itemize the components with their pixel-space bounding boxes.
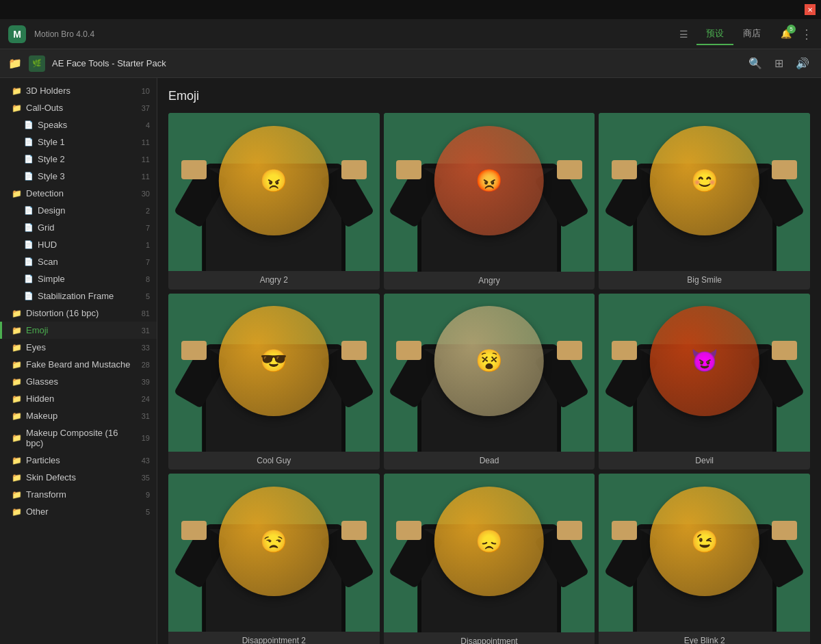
sidebar-item-label: Style 1 — [38, 137, 138, 147]
nav-tabs: 预设 商店 — [696, 23, 770, 45]
notification-button[interactable]: 🔔 5 — [779, 27, 794, 42]
sidebar-item-count: 5 — [146, 292, 150, 300]
sidebar-item-count: 28 — [142, 361, 150, 369]
folder-icon: 📁 — [12, 326, 22, 335]
grid-view-button[interactable]: ⊞ — [771, 55, 787, 72]
sidebar-item-other[interactable]: 📁Other5 — [0, 503, 157, 520]
app-logo: M — [8, 25, 26, 43]
sidebar-item-count: 11 — [142, 172, 150, 181]
sidebar-item-stabilization-frame[interactable]: 📄Stabilization Frame5 — [0, 287, 157, 305]
sidebar-item-simple[interactable]: 📄Simple8 — [0, 270, 157, 287]
grid-item-label: Dead — [384, 452, 595, 469]
folder-icon: 📄 — [24, 257, 34, 266]
sidebar-item-transform[interactable]: 📁Transform9 — [0, 486, 157, 503]
folder-icon: 📁 — [12, 377, 22, 387]
folder-icon: 📁 — [12, 309, 22, 318]
sidebar-item-particles[interactable]: 📁Particles43 — [0, 452, 157, 469]
folder-icon: 📁 — [12, 411, 22, 421]
grid-item-cool-guy[interactable]: 😎Cool Guy — [168, 294, 380, 470]
emoji-face: 😊 — [649, 126, 759, 236]
sidebar-item-style-2[interactable]: 📄Style 211 — [0, 151, 157, 168]
sidebar-item-label: Style 3 — [38, 171, 138, 181]
search-button[interactable]: 🔍 — [745, 55, 766, 72]
sidebar-item-count: 10 — [142, 87, 150, 95]
sidebar-item-detection[interactable]: 📁Detection30 — [0, 185, 157, 202]
sidebar-item-makeup[interactable]: 📁Makeup31 — [0, 407, 157, 424]
sidebar-item-style-3[interactable]: 📄Style 311 — [0, 168, 157, 185]
sidebar-item-label: Emoji — [26, 325, 138, 335]
sidebar-item-call-outs[interactable]: 📁Call-Outs37 — [0, 99, 157, 116]
grid-item-angry[interactable]: 😡Angry — [384, 113, 595, 289]
sidebar-item-count: 35 — [142, 474, 150, 482]
emoji-face: 😞 — [434, 487, 545, 597]
grid-item-devil[interactable]: 😈Devil — [599, 294, 810, 470]
sidebar-item-eyes[interactable]: 📁Eyes33 — [0, 339, 157, 356]
sidebar-item-count: 11 — [142, 155, 150, 164]
sidebar-item-style-1[interactable]: 📄Style 111 — [0, 133, 157, 151]
menu-icon[interactable]: ☰ — [679, 29, 688, 40]
sidebar-item-makeup-composite[interactable]: 📁Makeup Composite (16 bpc)19 — [0, 424, 157, 452]
sidebar-item-count: 9 — [146, 491, 150, 499]
folder-icon: 📄 — [24, 223, 34, 232]
sidebar-item-label: Scan — [38, 257, 142, 267]
folder-icon: 📁 — [12, 343, 22, 352]
close-button[interactable]: ✕ — [805, 4, 816, 15]
sidebar-item-distortion[interactable]: 📁Distortion (16 bpc)81 — [0, 305, 157, 322]
sidebar-item-scan[interactable]: 📄Scan7 — [0, 253, 157, 270]
sidebar-item-label: Stabilization Frame — [38, 291, 142, 301]
sidebar-item-count: 4 — [146, 121, 150, 129]
sidebar-item-count: 24 — [142, 395, 150, 403]
sidebar-item-label: Hidden — [26, 394, 138, 404]
sidebar-item-count: 30 — [142, 190, 150, 198]
sidebar-item-glasses[interactable]: 📁Glasses39 — [0, 373, 157, 390]
sidebar-item-design[interactable]: 📄Design2 — [0, 202, 157, 219]
sidebar-item-count: 11 — [142, 138, 150, 146]
sidebar-item-label: Style 2 — [38, 154, 138, 164]
folder-icon: 📄 — [24, 155, 34, 164]
grid-item-dead[interactable]: 😵Dead — [384, 294, 595, 470]
subheader-actions: 🔍 ⊞ 🔊 — [745, 55, 813, 72]
sidebar-item-skin-defects[interactable]: 📁Skin Defects35 — [0, 469, 157, 486]
sidebar-item-count: 37 — [142, 104, 150, 112]
sidebar-item-label: Fake Beard and Mustache — [26, 359, 138, 370]
grid-item-disappointment[interactable]: 😞Disappointment — [384, 474, 595, 644]
tab-store[interactable]: 商店 — [733, 23, 770, 45]
grid-item-disappointment2[interactable]: 😒Disappointment 2 — [168, 474, 380, 644]
sidebar-item-hud[interactable]: 📄HUD1 — [0, 236, 157, 253]
sidebar-item-fake-beard[interactable]: 📁Fake Beard and Mustache28 — [0, 356, 157, 373]
folder-icon: 📁 — [12, 103, 22, 113]
thumbnail: 😒 — [168, 474, 380, 632]
thumbnail: 😡 — [384, 113, 595, 272]
sidebar: 📁3D Holders10📁Call-Outs37📄Speaks4📄Style … — [0, 78, 157, 644]
thumbnail: 😎 — [168, 294, 380, 452]
grid-item-eye-blink2[interactable]: 😉Eye Blink 2 — [599, 474, 810, 644]
logo-letter: M — [13, 29, 21, 40]
sidebar-item-count: 5 — [146, 508, 150, 516]
emoji-face: 😉 — [649, 487, 759, 597]
sidebar-item-speaks[interactable]: 📄Speaks4 — [0, 116, 157, 133]
sidebar-item-count: 19 — [142, 434, 150, 442]
sound-button[interactable]: 🔊 — [792, 55, 813, 72]
sidebar-item-label: Detection — [26, 188, 138, 198]
more-menu-icon[interactable]: ⋮ — [800, 27, 813, 42]
grid-item-angry2[interactable]: 😠Angry 2 — [168, 113, 380, 289]
sidebar-item-3d-holders[interactable]: 📁3D Holders10 — [0, 82, 157, 99]
sidebar-item-count: 33 — [142, 344, 150, 352]
grid-item-label: Angry 2 — [168, 271, 380, 289]
sidebar-item-label: Skin Defects — [26, 472, 138, 482]
grid-item-big-smile[interactable]: 😊Big Smile — [599, 113, 810, 289]
folder-icon: 📁 — [8, 57, 22, 70]
sidebar-item-hidden[interactable]: 📁Hidden24 — [0, 390, 157, 407]
sidebar-item-emoji[interactable]: 📁Emoji31 — [0, 322, 157, 339]
sidebar-item-count: 43 — [142, 456, 150, 465]
appbar-actions: 🔔 5 ⋮ — [779, 27, 813, 42]
sidebar-item-label: 3D Holders — [26, 86, 138, 96]
sidebar-item-count: 1 — [146, 241, 150, 249]
tab-presets[interactable]: 预设 — [696, 23, 733, 45]
sidebar-item-label: Makeup Composite (16 bpc) — [26, 428, 138, 448]
sidebar-item-count: 8 — [146, 275, 150, 283]
grid-item-label: Angry — [384, 272, 595, 289]
grid-item-label: Eye Blink 2 — [599, 632, 810, 644]
sidebar-item-grid[interactable]: 📄Grid7 — [0, 219, 157, 236]
folder-icon: 📄 — [24, 206, 34, 215]
